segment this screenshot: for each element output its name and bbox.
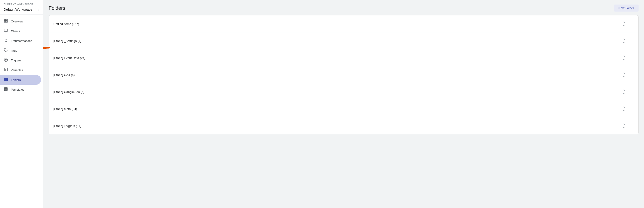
workspace-label: CURRENT WORKSPACE xyxy=(4,3,39,6)
folders-icon xyxy=(4,77,8,83)
svg-point-22 xyxy=(631,56,631,56)
svg-point-9 xyxy=(6,59,6,61)
folders-list: Unfiled items (157)[Stape] _Settings (7)… xyxy=(48,15,638,134)
folder-item-meta[interactable]: [Stape] Meta (24) xyxy=(49,100,638,117)
more-icon-unfiled[interactable] xyxy=(628,21,634,27)
workspace-section: CURRENT WORKSPACE Default Workspace › xyxy=(0,0,43,15)
folder-name-ga4: [Stape] GA4 (4) xyxy=(53,73,75,77)
folder-actions-google-ads xyxy=(621,88,634,96)
sidebar-item-templates[interactable]: Templates xyxy=(0,85,41,95)
folder-name-google-ads: [Stape] Google Ads (5) xyxy=(53,90,84,94)
svg-point-16 xyxy=(631,22,631,22)
sidebar-item-triggers[interactable]: Triggers xyxy=(0,56,41,65)
svg-rect-13 xyxy=(4,88,8,91)
svg-point-20 xyxy=(631,40,631,41)
new-folder-button[interactable]: New Folder xyxy=(614,4,638,11)
svg-point-26 xyxy=(631,74,631,75)
clients-icon xyxy=(4,28,8,34)
more-icon-ga4[interactable] xyxy=(628,72,634,78)
folder-name-event-data: [Stape] Event Data (24) xyxy=(53,56,86,60)
svg-rect-0 xyxy=(4,19,6,20)
folder-item-google-ads[interactable]: [Stape] Google Ads (5) xyxy=(49,83,638,100)
more-icon-settings[interactable] xyxy=(628,38,634,44)
svg-point-8 xyxy=(4,58,8,62)
tags-icon xyxy=(4,48,8,53)
folder-actions-meta xyxy=(621,104,634,113)
folder-actions-event-data xyxy=(621,53,634,62)
svg-point-36 xyxy=(631,126,631,127)
svg-point-24 xyxy=(631,58,631,59)
sidebar-item-tags[interactable]: Tags xyxy=(0,46,41,56)
more-icon-google-ads[interactable] xyxy=(628,89,634,95)
workspace-name: Default Workspace xyxy=(4,7,32,11)
folder-name-settings: [Stape] _Settings (7) xyxy=(53,39,81,43)
sidebar-item-overview[interactable]: Overview xyxy=(0,16,41,26)
svg-rect-1 xyxy=(6,19,8,20)
more-icon-meta[interactable] xyxy=(628,105,634,112)
folder-item-ga4[interactable]: [Stape] GA4 (4) xyxy=(49,66,638,83)
svg-point-23 xyxy=(631,57,631,58)
svg-point-33 xyxy=(631,109,631,110)
svg-rect-2 xyxy=(4,21,6,22)
folder-item-event-data[interactable]: [Stape] Event Data (24) xyxy=(49,49,638,66)
overview-label: Overview xyxy=(11,20,23,23)
workspace-name-row[interactable]: Default Workspace › xyxy=(4,7,39,12)
sort-icon-google-ads[interactable] xyxy=(621,88,626,96)
folder-name-triggers: [Stape] Triggers (17) xyxy=(53,124,81,127)
sort-icon-event-data[interactable] xyxy=(621,53,626,62)
sidebar-item-folders[interactable]: Folders xyxy=(0,75,41,85)
svg-rect-3 xyxy=(6,21,8,22)
svg-point-29 xyxy=(631,91,631,92)
transformations-label: Transformations xyxy=(11,39,32,43)
more-icon-event-data[interactable] xyxy=(628,55,634,61)
folders-header: Folders New Folder xyxy=(48,4,638,11)
sort-icon-triggers[interactable] xyxy=(621,121,626,130)
folder-actions-ga4 xyxy=(621,71,634,79)
templates-icon xyxy=(4,87,8,92)
svg-point-28 xyxy=(631,90,631,90)
folder-actions-triggers xyxy=(621,121,634,130)
triggers-icon xyxy=(4,58,8,63)
folder-item-unfiled[interactable]: Unfiled items (157) xyxy=(49,15,638,32)
sidebar-item-transformations[interactable]: Transformations xyxy=(0,36,41,46)
folder-item-triggers[interactable]: [Stape] Triggers (17) xyxy=(49,117,638,134)
sort-icon-settings[interactable] xyxy=(621,36,626,45)
sidebar-item-variables[interactable]: Variables xyxy=(0,65,41,75)
svg-point-32 xyxy=(631,108,631,108)
sort-icon-unfiled[interactable] xyxy=(621,19,626,28)
folder-name-meta: [Stape] Meta (24) xyxy=(53,107,77,110)
svg-rect-4 xyxy=(4,29,8,31)
sort-icon-meta[interactable] xyxy=(621,104,626,113)
svg-point-31 xyxy=(631,107,631,107)
folder-actions-unfiled xyxy=(621,19,634,28)
variables-label: Variables xyxy=(11,68,23,72)
folder-name-unfiled: Unfiled items (157) xyxy=(53,22,79,26)
nav-items: Overview Clients Transformations Tags xyxy=(0,15,43,208)
svg-point-25 xyxy=(631,73,631,73)
svg-point-17 xyxy=(631,23,631,23)
overview-icon xyxy=(4,19,8,24)
triggers-label: Triggers xyxy=(11,59,22,62)
sort-icon-ga4[interactable] xyxy=(621,71,626,79)
svg-point-21 xyxy=(631,41,631,42)
variables-icon xyxy=(4,68,8,73)
svg-point-19 xyxy=(631,39,631,39)
folder-actions-settings xyxy=(621,36,634,45)
more-icon-triggers[interactable] xyxy=(628,122,634,129)
svg-rect-10 xyxy=(4,68,8,71)
tags-label: Tags xyxy=(11,49,17,52)
chevron-right-icon: › xyxy=(38,7,39,12)
sidebar-item-clients[interactable]: Clients xyxy=(0,26,41,36)
svg-point-27 xyxy=(631,75,631,76)
clients-label: Clients xyxy=(11,29,20,33)
sidebar: CURRENT WORKSPACE Default Workspace › Ov… xyxy=(0,0,43,208)
folder-item-settings[interactable]: [Stape] _Settings (7) xyxy=(49,32,638,49)
svg-point-34 xyxy=(631,124,631,124)
svg-point-35 xyxy=(631,125,631,125)
templates-label: Templates xyxy=(11,88,24,91)
folders-label: Folders xyxy=(11,78,21,82)
transformations-icon xyxy=(4,38,8,43)
main-content: Folders New Folder Unfiled items (157)[S… xyxy=(43,0,644,208)
folders-title: Folders xyxy=(48,5,65,11)
svg-point-18 xyxy=(631,24,631,25)
